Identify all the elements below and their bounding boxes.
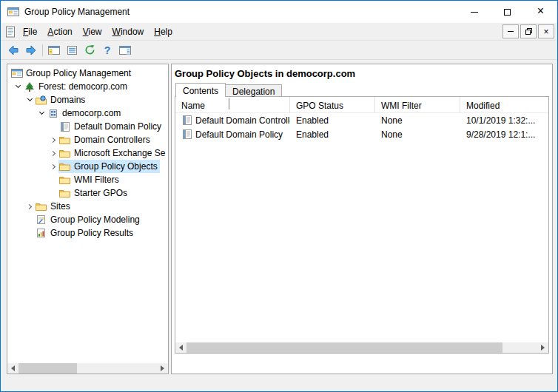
cell-modified: 9/28/2019 12:1:... <box>460 127 548 141</box>
gpo-icon <box>58 121 71 132</box>
tree-item-default-domain-policy[interactable]: Default Domain Policy <box>7 120 168 133</box>
tree-item-sites[interactable]: Sites <box>7 200 168 213</box>
export-list-icon <box>67 45 78 55</box>
tree-item-label: Forest: democorp.com <box>38 81 128 92</box>
tree-item-group-policy-objects[interactable]: Group Policy Objects <box>7 160 168 173</box>
maximize-icon <box>504 9 511 16</box>
minimize-icon <box>508 31 514 32</box>
scrollbar-track[interactable] <box>186 342 537 353</box>
toolbar: ? <box>1 41 557 60</box>
tree-item-label: Group Policy Management <box>25 67 132 79</box>
folder-icon <box>35 200 47 212</box>
tree-item-group-policy-results[interactable]: Group Policy Results <box>7 226 168 240</box>
expander-spacer <box>49 186 58 200</box>
cell-wmi-filter: None <box>375 113 460 127</box>
menu-action[interactable]: Action <box>42 24 77 40</box>
chevron-expanded-icon[interactable] <box>13 80 23 93</box>
tree-item-label: Group Policy Objects <box>73 160 158 172</box>
scroll-left-arrow-icon <box>179 345 183 351</box>
tree-item-domains[interactable]: Domains <box>7 93 168 107</box>
domains-folder-icon <box>35 94 47 106</box>
chevron-collapsed-icon[interactable] <box>49 146 58 160</box>
close-icon: × <box>543 27 548 36</box>
domain-icon <box>47 107 59 119</box>
folder-icon <box>58 147 71 159</box>
maximize-button[interactable] <box>491 1 524 23</box>
app-icon <box>7 6 19 18</box>
results-pane: Group Policy Objects in democorp.com Con… <box>171 64 553 374</box>
column-header-name[interactable]: Name <box>175 97 290 113</box>
tree-item-domain-controllers[interactable]: Domain Controllers <box>7 133 168 146</box>
scroll-left-button[interactable] <box>175 342 186 353</box>
results-icon <box>35 227 47 239</box>
folder-icon <box>58 174 71 186</box>
folder-icon <box>58 134 71 146</box>
scroll-right-button[interactable] <box>157 363 168 374</box>
tree-item-democorp-domain[interactable]: democorp.com <box>7 107 168 120</box>
show-console-tree-button[interactable] <box>45 42 63 58</box>
scroll-right-button[interactable] <box>537 342 548 353</box>
tree-horizontal-scrollbar <box>7 363 168 374</box>
column-header-gpo-status[interactable]: GPO Status <box>290 97 375 113</box>
list-header: Name GPO Status WMI Filter Modified <box>175 97 548 113</box>
table-row-default-domain-policy[interactable]: Default Domain Policy Enabled None 9/28/… <box>175 127 548 141</box>
tree-item-label: WMI Filters <box>73 174 120 186</box>
cell-wmi-filter: None <box>375 127 460 141</box>
tree-item-wmi-filters[interactable]: WMI Filters <box>7 173 168 186</box>
help-button[interactable]: ? <box>98 42 116 58</box>
child-close-button[interactable]: × <box>538 24 554 38</box>
gpo-icon <box>181 115 192 126</box>
forward-button[interactable] <box>22 42 40 58</box>
child-minimize-button[interactable] <box>502 24 519 38</box>
tree-item-label: Group Policy Results <box>50 227 134 239</box>
chevron-collapsed-icon[interactable] <box>49 160 58 173</box>
refresh-icon <box>84 44 95 55</box>
scrollbar-track[interactable] <box>19 363 157 374</box>
chevron-collapsed-icon[interactable] <box>49 133 58 146</box>
tab-contents[interactable]: Contents <box>175 83 226 97</box>
scrollbar-thumb[interactable] <box>186 342 502 353</box>
console-document-icon <box>5 26 16 38</box>
tree-item-forest[interactable]: Forest: democorp.com <box>7 80 168 93</box>
menu-view[interactable]: View <box>78 24 107 40</box>
gpo-icon <box>181 129 192 141</box>
minimize-icon <box>471 12 478 13</box>
chevron-collapsed-icon[interactable] <box>25 200 35 213</box>
menu-file[interactable]: File <box>18 24 42 40</box>
show-console-tree-icon <box>48 45 60 55</box>
minimize-button[interactable] <box>457 1 491 23</box>
console-tree-pane: Group Policy Management Forest: democorp… <box>7 64 169 374</box>
column-header-wmi-filter[interactable]: WMI Filter <box>375 97 460 113</box>
tab-delegation[interactable]: Delegation <box>225 84 282 97</box>
titlebar: Group Policy Management × <box>1 1 557 23</box>
chevron-expanded-icon[interactable] <box>37 107 47 120</box>
close-button[interactable]: × <box>524 1 557 23</box>
tree-item-microsoft-exchange[interactable]: Microsoft Exchange Se <box>7 146 168 160</box>
forward-icon <box>25 44 37 56</box>
folder-icon <box>58 160 71 172</box>
scroll-right-arrow-icon <box>541 345 545 351</box>
scroll-left-button[interactable] <box>7 363 19 374</box>
show-action-pane-button[interactable] <box>116 42 134 58</box>
sort-ascending-icon <box>229 99 229 109</box>
menu-help[interactable]: Help <box>149 24 178 40</box>
results-tabs: Contents Delegation <box>175 83 282 97</box>
back-button[interactable] <box>4 42 22 58</box>
tree-item-group-policy-management-root[interactable]: Group Policy Management <box>7 67 168 80</box>
child-restore-button[interactable] <box>520 24 537 38</box>
column-header-modified[interactable]: Modified <box>460 97 548 113</box>
folder-icon <box>58 187 71 199</box>
expander-spacer <box>25 213 35 226</box>
tree-item-group-policy-modeling[interactable]: Group Policy Modeling <box>7 213 168 226</box>
tree-item-starter-gpos[interactable]: Starter GPOs <box>7 186 168 200</box>
scrollbar-thumb[interactable] <box>19 363 77 374</box>
export-list-button[interactable] <box>63 42 81 58</box>
chevron-expanded-icon[interactable] <box>25 93 35 107</box>
menu-window[interactable]: Window <box>107 24 149 40</box>
refresh-button[interactable] <box>81 42 98 58</box>
back-icon <box>7 44 19 56</box>
show-action-pane-icon <box>119 45 131 55</box>
cell-gpo-status: Enabled <box>290 127 375 141</box>
tree-item-label: Domain Controllers <box>73 134 151 146</box>
table-row-default-domain-controllers-policy[interactable]: Default Domain Controller... Enabled Non… <box>175 113 548 127</box>
